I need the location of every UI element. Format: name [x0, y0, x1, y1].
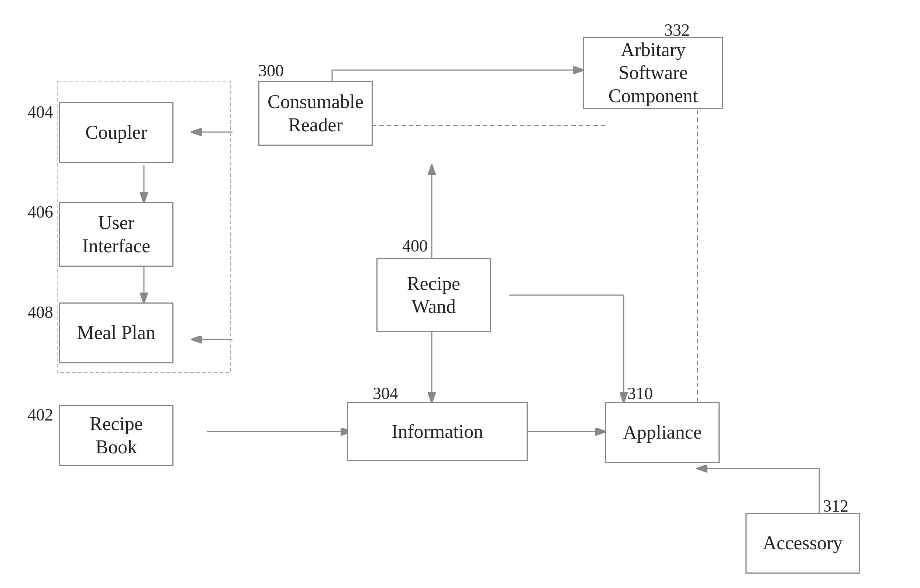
label-400: 400	[402, 236, 428, 256]
node-consumable-reader: ConsumableReader	[258, 81, 373, 146]
node-arbitrary-software: ArbitarySoftwareComponent	[583, 37, 723, 109]
node-accessory: Accessory	[745, 513, 860, 573]
label-402: 402	[28, 405, 53, 425]
label-300: 300	[258, 61, 284, 81]
node-information: Information	[347, 402, 528, 461]
node-appliance: Appliance	[605, 402, 720, 463]
label-312: 312	[823, 496, 849, 516]
node-coupler: Coupler	[59, 102, 173, 163]
node-recipe-wand: RecipeWand	[376, 258, 491, 332]
node-user-interface: UserInterface	[59, 202, 173, 267]
label-408: 408	[28, 302, 53, 322]
node-meal-plan: Meal Plan	[59, 302, 173, 363]
label-404: 404	[28, 102, 53, 122]
label-310: 310	[627, 384, 653, 403]
diagram: Coupler 404 UserInterface 406 Meal Plan …	[0, 0, 920, 588]
node-recipe-book: RecipeBook	[59, 405, 173, 466]
label-332: 332	[664, 20, 690, 40]
label-406: 406	[28, 202, 53, 222]
label-304: 304	[373, 384, 398, 403]
